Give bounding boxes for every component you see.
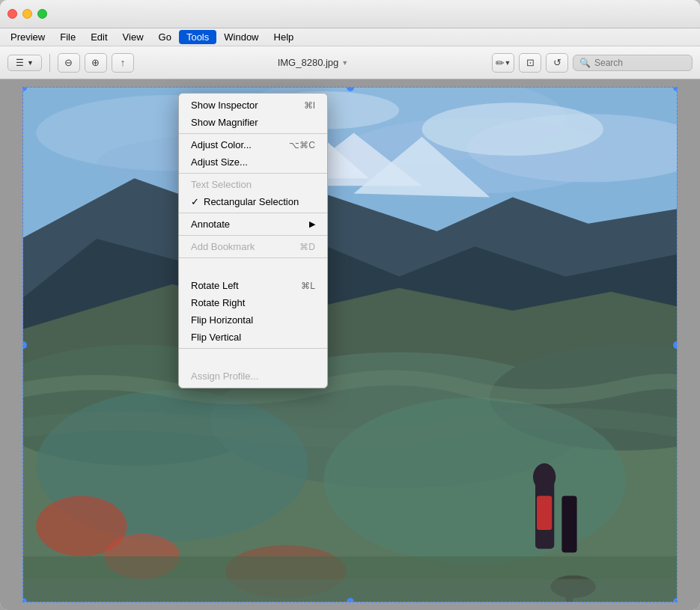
svg-point-7 [421, 103, 603, 156]
menu-item-rectangular-selection[interactable]: ✓ Rectangular Selection [179, 193, 327, 210]
menu-edit[interactable]: Edit [83, 30, 115, 44]
annotate-button[interactable]: ✏ ▼ [492, 53, 514, 73]
zoom-out-button[interactable]: ⊖ [58, 53, 80, 73]
menu-item-annotate[interactable]: Annotate ▶ [179, 216, 327, 233]
minimize-button[interactable] [22, 9, 32, 19]
sep-6 [179, 348, 327, 349]
menu-preview[interactable]: Preview [3, 30, 52, 44]
add-bookmark-label: Add Bookmark [191, 241, 255, 252]
menu-item-show-location-info: Assign Profile... [179, 367, 327, 385]
sep-3 [179, 213, 327, 213]
menu-item-flip-horizontal[interactable]: Rotate Right [179, 294, 327, 311]
menu-window[interactable]: Window [216, 30, 266, 44]
menu-item-adjust-size[interactable]: Adjust Size... [179, 153, 327, 171]
app-window: Preview File Edit View Go Tools Window H… [0, 0, 700, 610]
menu-help[interactable]: Help [267, 30, 302, 44]
menu-view[interactable]: View [115, 30, 151, 44]
zoom-in-button[interactable]: ⊕ [85, 53, 107, 73]
menu-item-rotate-right[interactable]: Rotate Left ⌘L [179, 277, 327, 294]
filename-label: IMG_8280.jpg [278, 57, 339, 68]
crop-button[interactable]: ⊡ [519, 53, 541, 73]
menu-item-show-inspector[interactable]: Show Inspector ⌘I [179, 97, 327, 114]
rectangular-selection-label: Rectangular Selection [204, 196, 299, 207]
adjust-color-shortcut: ⌥⌘C [289, 140, 315, 150]
sep-1 [179, 133, 327, 134]
pen-icon: ✏ [496, 57, 505, 69]
menu-item-rotate-left[interactable] [179, 260, 327, 277]
show-magnifier-label: Show Magnifier [191, 117, 258, 128]
image-canvas [22, 87, 678, 603]
rotate-icon: ↺ [553, 57, 561, 68]
rectangular-selection-checkmark: ✓ [191, 196, 199, 207]
show-location-info-label: Assign Profile... [191, 370, 258, 382]
menu-item-add-bookmark: Add Bookmark ⌘D [179, 238, 327, 255]
svg-point-26 [533, 463, 556, 490]
menu-item-assign-profile[interactable] [179, 351, 327, 367]
menu-item-show-magnifier[interactable]: Show Magnifier [179, 114, 327, 131]
zoom-in-icon: ⊕ [91, 57, 100, 68]
menu-bar: Preview File Edit View Go Tools Window H… [0, 28, 700, 46]
flip-vertical-label: Flip Horizontal [191, 314, 253, 326]
painting-svg [23, 88, 677, 602]
nav-section: ☰ ▼ [7, 55, 42, 71]
crop-icon: ⊡ [526, 57, 535, 68]
sep-5 [179, 257, 327, 258]
menu-item-flip-vertical[interactable]: Flip Horizontal [179, 311, 327, 329]
add-bookmark-shortcut: ⌘D [299, 242, 315, 252]
text-selection-label: Text Selection [191, 179, 252, 190]
chevron-down-icon: ▼ [27, 59, 34, 67]
annotate-label: Annotate [191, 219, 230, 230]
handle-bottom-right[interactable] [673, 598, 678, 603]
filename-area: IMG_8280.jpg ▼ [139, 57, 487, 68]
flip-horizontal-label: Rotate Right [191, 297, 245, 308]
handle-bottom-center[interactable] [347, 598, 354, 603]
title-bar [0, 0, 700, 28]
tools-dropdown-menu: Show Inspector ⌘I Show Magnifier Adjust … [178, 93, 328, 388]
submenu-arrow-icon: ▶ [309, 219, 315, 229]
menu-file[interactable]: File [52, 30, 83, 44]
rotate-button[interactable]: ↺ [546, 53, 568, 73]
handle-middle-right[interactable] [673, 341, 678, 349]
show-inspector-label: Show Inspector [191, 100, 258, 111]
svg-rect-28 [537, 496, 552, 530]
share-icon: ↑ [121, 57, 126, 68]
share-button[interactable]: ↑ [112, 53, 134, 73]
close-button[interactable] [7, 9, 17, 19]
crop-label: Flip Vertical [191, 332, 241, 343]
menu-item-text-selection: Text Selection [179, 176, 327, 193]
adjust-color-label: Adjust Color... [191, 139, 252, 150]
svg-rect-27 [561, 496, 576, 553]
search-box[interactable]: 🔍 [573, 55, 693, 71]
pen-chevron-icon: ▼ [505, 59, 511, 67]
menu-go[interactable]: Go [151, 30, 179, 44]
content-area: Show Inspector ⌘I Show Magnifier Adjust … [0, 79, 700, 610]
nav-toggle[interactable]: ☰ ▼ [7, 55, 42, 71]
right-toolbar: ✏ ▼ ⊡ ↺ 🔍 [492, 53, 693, 73]
maximize-button[interactable] [37, 9, 47, 19]
sep-4 [179, 235, 327, 236]
rotate-right-shortcut: ⌘L [301, 281, 315, 291]
sidebar-icon: ☰ [16, 58, 24, 68]
sep-2 [179, 173, 327, 174]
painting-background [23, 88, 677, 602]
search-input[interactable] [594, 58, 684, 68]
traffic-lights [7, 9, 47, 19]
separator-1 [49, 54, 50, 72]
menu-item-crop[interactable]: Flip Vertical [179, 329, 327, 346]
rotate-right-label: Rotate Left [191, 280, 239, 291]
zoom-out-icon: ⊖ [64, 57, 73, 68]
show-inspector-shortcut: ⌘I [304, 100, 315, 111]
search-icon: 🔍 [579, 58, 591, 68]
filename-chevron-icon: ▼ [341, 59, 348, 67]
menu-item-adjust-color[interactable]: Adjust Color... ⌥⌘C [179, 136, 327, 153]
toolbar: ☰ ▼ ⊖ ⊕ ↑ IMG_8280.jpg ▼ ✏ ▼ ⊡ [0, 46, 700, 79]
adjust-size-label: Adjust Size... [191, 156, 248, 168]
menu-tools[interactable]: Tools [179, 30, 216, 44]
